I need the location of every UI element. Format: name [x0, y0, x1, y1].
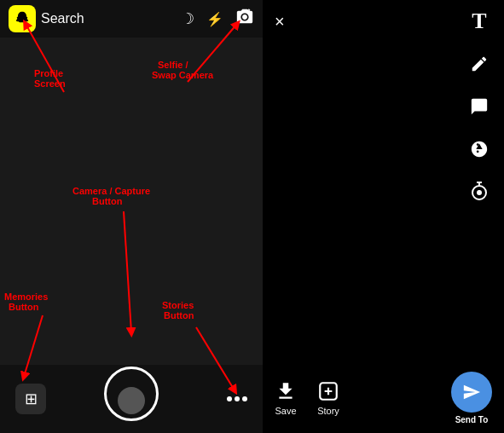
memories-icon: ⊞: [25, 390, 38, 408]
memories-button[interactable]: ⊞: [15, 384, 46, 414]
search-bar[interactable]: Search: [41, 11, 181, 26]
snapchat-logo[interactable]: [9, 5, 36, 32]
flash-icon[interactable]: ⚡: [206, 11, 223, 27]
send-icon: [462, 383, 481, 401]
timer-tool[interactable]: [466, 179, 492, 205]
send-to-label: Send To: [455, 415, 489, 424]
save-button[interactable]: Save: [275, 380, 297, 416]
top-bar: Search ☽ ⚡: [0, 0, 263, 38]
close-button[interactable]: ×: [275, 12, 285, 32]
story-button[interactable]: Story: [317, 380, 339, 416]
send-to-button[interactable]: [451, 372, 492, 413]
save-label: Save: [275, 406, 296, 416]
top-icons: ☽ ⚡: [181, 8, 254, 31]
moon-icon[interactable]: ☽: [181, 9, 194, 28]
bottom-bar: ⊞: [0, 365, 263, 433]
story-icon: [317, 380, 339, 402]
save-section: Save Story: [275, 380, 339, 416]
right-tools: T: [466, 9, 492, 205]
story-label: Story: [317, 406, 339, 416]
sticker-tool[interactable]: [466, 94, 492, 119]
right-panel: × T: [263, 0, 504, 433]
search-text: Search: [41, 11, 84, 26]
scissors-tool[interactable]: [466, 136, 492, 162]
left-panel: Search ☽ ⚡ ⊞: [0, 0, 263, 433]
dot3: [242, 396, 247, 401]
stories-button[interactable]: [227, 396, 247, 401]
dot2: [235, 396, 240, 401]
save-icon: [275, 380, 297, 402]
pencil-tool[interactable]: [466, 51, 492, 77]
camera-viewfinder: [0, 38, 263, 365]
dot1: [227, 396, 232, 401]
text-tool[interactable]: T: [466, 9, 492, 34]
send-to-wrap: Send To: [451, 372, 492, 424]
right-bottom: Save Story Send To: [263, 363, 504, 433]
camera-flip-icon[interactable]: [235, 8, 254, 31]
